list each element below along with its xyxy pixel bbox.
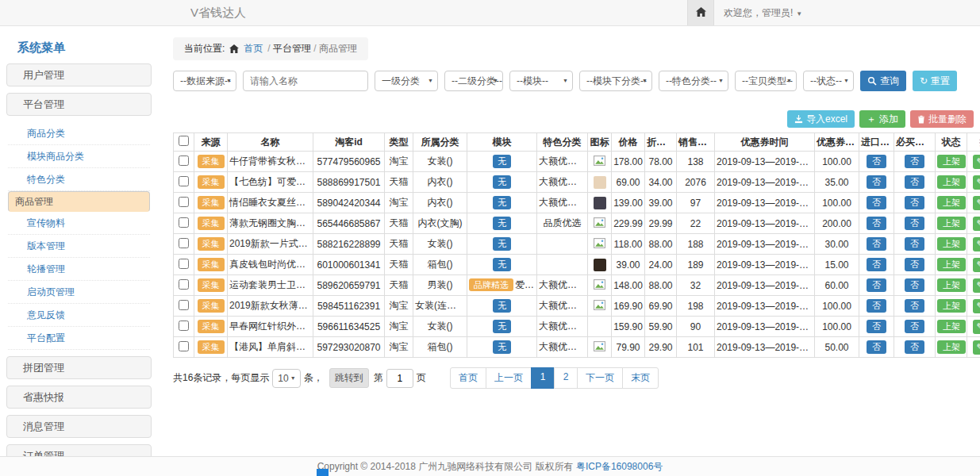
sidebar-item-商品管理[interactable]: 商品管理 [8,191,150,212]
page-size-select[interactable]: 10 ▼ [272,369,300,388]
sidebar-item-商品分类[interactable]: 商品分类 [8,122,150,145]
search-button[interactable]: 查询 [860,71,906,91]
sidebar-group-消息管理[interactable]: 消息管理 [6,415,152,438]
status-button[interactable]: 上架 [937,258,966,271]
row-checkbox[interactable] [179,300,189,310]
row-checkbox[interactable] [179,217,189,228]
mustbuy-toggle-button[interactable]: 否 [905,237,924,251]
sidebar-group-订单管理[interactable]: 订单管理 [6,444,152,456]
edit-button[interactable]: ✎ [973,237,980,251]
page-button-1[interactable]: 1 [531,367,555,389]
add-button[interactable]: ＋ 添加 [859,110,905,128]
edit-button[interactable]: ✎ [973,299,980,313]
edit-button[interactable]: ✎ [973,258,980,272]
mustbuy-toggle-button[interactable]: 否 [905,155,924,168]
mustbuy-toggle-button[interactable]: 否 [905,258,924,271]
app-title: V省钱达人 [190,6,246,21]
import-toggle-button[interactable]: 否 [867,258,886,271]
sidebar-item-平台配置[interactable]: 平台配置 [8,327,150,350]
chevron-down-icon: ▼ [290,370,296,387]
sidebar-item-特色分类[interactable]: 特色分类 [8,168,150,191]
filter-select-宝贝类型[interactable]: --宝贝类型--▼ [735,71,797,91]
mustbuy-toggle-button[interactable]: 否 [905,175,924,189]
import-toggle-button[interactable]: 否 [867,299,886,313]
sidebar-item-启动页管理[interactable]: 启动页管理 [8,281,150,304]
mustbuy-toggle-button[interactable]: 否 [905,278,924,292]
filter-select-特色分类[interactable]: --特色分类--▼ [659,71,728,91]
status-button[interactable]: 上架 [937,299,966,313]
sidebar-item-意见反馈[interactable]: 意见反馈 [8,304,150,327]
page-button-首页[interactable]: 首页 [450,367,486,389]
breadcrumb-prefix: 当前位置: [184,42,225,56]
sidebar-item-版本管理[interactable]: 版本管理 [8,235,150,258]
row-checkbox[interactable] [179,321,189,331]
edit-button[interactable]: ✎ [973,320,980,334]
page-button-上一页[interactable]: 上一页 [486,367,532,389]
edit-button[interactable]: ✎ [973,217,980,231]
batch-delete-button[interactable]: 批量删除 [910,110,974,128]
import-toggle-button[interactable]: 否 [867,340,886,354]
sidebar-item-宣传物料[interactable]: 宣传物料 [8,212,150,235]
breadcrumb-home-link[interactable]: 首页 [244,42,263,56]
import-toggle-button[interactable]: 否 [867,278,886,292]
mustbuy-toggle-button[interactable]: 否 [905,196,924,209]
sidebar-group-省惠快报[interactable]: 省惠快报 [6,386,152,409]
status-button[interactable]: 上架 [937,237,966,251]
source-badge: 采集 [198,237,225,250]
page-button-末页[interactable]: 末页 [622,367,659,389]
row-checkbox[interactable] [179,238,189,248]
edit-button[interactable]: ✎ [973,196,980,210]
edit-button[interactable]: ✎ [973,278,980,293]
row-checkbox[interactable] [179,155,189,166]
edit-button[interactable]: ✎ [973,175,980,190]
edit-button[interactable]: ✎ [973,155,980,169]
mustbuy-toggle-button[interactable]: 否 [905,320,924,333]
sidebar-item-轮播管理[interactable]: 轮播管理 [8,258,150,281]
mustbuy-toggle-button[interactable]: 否 [905,217,924,230]
row-checkbox[interactable] [179,279,189,290]
filter-select-模块[interactable]: --模块--▼ [509,71,573,91]
jump-suffix: 页 [417,371,426,385]
status-button[interactable]: 上架 [937,175,966,189]
page-button-2[interactable]: 2 [554,367,578,389]
sidebar-item-模块商品分类[interactable]: 模块商品分类 [8,145,150,168]
filter-select-状态[interactable]: --状态--▼ [803,71,854,91]
import-toggle-button[interactable]: 否 [867,175,886,189]
import-toggle-button[interactable]: 否 [867,237,886,251]
mustbuy-toggle-button[interactable]: 否 [905,299,924,313]
status-button[interactable]: 上架 [937,278,966,292]
jump-page-input[interactable] [386,369,413,388]
sidebar-group-拼团管理[interactable]: 拼团管理 [6,356,152,379]
name-search-input[interactable] [243,71,368,91]
status-button[interactable]: 上架 [937,196,966,209]
reset-button[interactable]: ↻ 重置 [913,71,957,91]
page-button-下一页[interactable]: 下一页 [577,367,623,389]
select-all-checkbox[interactable] [179,136,189,146]
import-toggle-button[interactable]: 否 [867,196,886,209]
filter-select-一级分类[interactable]: 一级分类▼ [375,71,438,91]
row-checkbox[interactable] [179,176,189,186]
import-toggle-button[interactable]: 否 [867,217,886,230]
import-excel-button[interactable]: 导入excel [787,110,855,128]
home-button[interactable] [687,0,714,25]
import-toggle-button[interactable]: 否 [867,155,886,168]
import-toggle-button[interactable]: 否 [867,320,886,333]
jump-button[interactable]: 跳转到 [329,368,369,388]
filter-select-模块下分类[interactable]: --模块下分类--▼ [579,71,652,91]
row-checkbox[interactable] [179,341,189,351]
status-button[interactable]: 上架 [937,340,966,354]
breadcrumb-item-平台管理[interactable]: 平台管理 [273,43,311,54]
row-checkbox[interactable] [179,259,189,269]
filter-select-数据来源[interactable]: --数据来源--▼ [173,71,236,91]
sidebar-group-平台管理[interactable]: 平台管理 [6,93,152,116]
user-menu[interactable]: 欢迎您，管理员!▼ [724,6,802,20]
edit-button[interactable]: ✎ [973,340,980,355]
icp-link[interactable]: 粤ICP备16098006号 [576,460,663,474]
status-button[interactable]: 上架 [937,320,966,333]
status-button[interactable]: 上架 [937,155,966,168]
sidebar-group-用户管理[interactable]: 用户管理 [6,63,152,86]
filter-select-二级分类[interactable]: --二级分类--▼ [444,71,503,91]
mustbuy-toggle-button[interactable]: 否 [905,340,924,354]
row-checkbox[interactable] [179,197,189,207]
status-button[interactable]: 上架 [937,217,966,230]
